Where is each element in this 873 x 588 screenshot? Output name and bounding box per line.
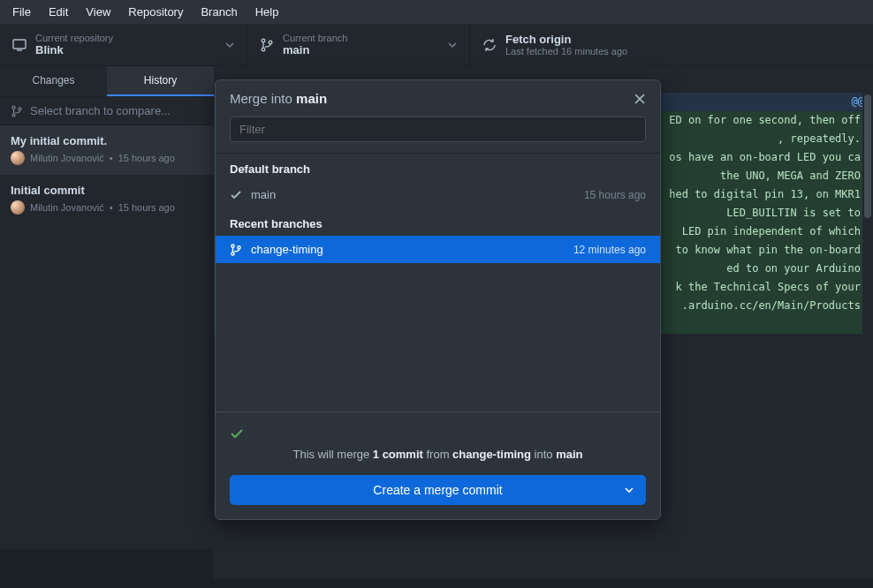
branch-name: main	[251, 188, 276, 201]
tab-changes[interactable]: Changes	[0, 66, 107, 96]
branch-value: main	[283, 43, 347, 57]
modal-title: Merge into main	[230, 91, 327, 106]
svg-point-2	[262, 48, 265, 51]
scrollbar[interactable]	[862, 93, 873, 579]
menu-edit[interactable]: Edit	[49, 5, 68, 19]
merge-preview-text: This will merge 1 commit from change-tim…	[230, 448, 646, 461]
create-merge-commit-button[interactable]: Create a merge commit	[230, 475, 646, 505]
commit-author: Milutin Jovanović	[30, 202, 104, 213]
fetch-label: Fetch origin	[505, 33, 627, 46]
svg-point-4	[12, 106, 15, 109]
svg-point-5	[12, 113, 15, 116]
sidebar-tabs: Changes History	[0, 66, 214, 96]
commit-title: My initial commit.	[11, 134, 203, 147]
svg-rect-0	[13, 40, 26, 49]
svg-point-6	[19, 107, 21, 109]
repo-selector[interactable]: Current repository Blink	[0, 24, 247, 65]
filter-input[interactable]	[230, 117, 646, 142]
branch-name: change-timing	[251, 243, 323, 256]
repo-value: Blink	[35, 43, 113, 57]
branch-time: 15 hours ago	[584, 189, 646, 201]
branch-icon	[260, 38, 274, 52]
commit-time: 15 hours ago	[118, 202, 175, 213]
commit-time: 15 hours ago	[118, 153, 175, 163]
refresh-icon	[482, 38, 497, 52]
branch-selector[interactable]: Current branch main	[247, 24, 470, 65]
svg-point-8	[232, 252, 234, 254]
chevron-down-icon	[448, 41, 457, 49]
commit-title: Initial commit	[11, 184, 203, 197]
menu-view[interactable]: View	[86, 5, 110, 19]
compare-placeholder: Select branch to compare...	[30, 104, 171, 117]
toolbar: Current repository Blink Current branch …	[0, 24, 873, 66]
repo-label: Current repository	[35, 33, 113, 43]
branch-icon	[230, 244, 242, 256]
commit-item[interactable]: Initial commit Milutin Jovanović • 15 ho…	[0, 175, 214, 224]
svg-point-7	[232, 245, 234, 247]
fetch-status: Last fetched 16 minutes ago	[505, 46, 627, 57]
compare-branch-selector[interactable]: Select branch to compare...	[0, 96, 214, 125]
recent-branches-label: Recent branches	[216, 208, 660, 236]
svg-point-3	[269, 41, 272, 44]
close-icon[interactable]	[634, 93, 646, 105]
branch-row-change-timing[interactable]: change-timing 12 minutes ago	[216, 236, 660, 263]
tab-history[interactable]: History	[107, 66, 214, 96]
check-icon	[230, 189, 242, 201]
menubar: File Edit View Repository Branch Help	[0, 0, 873, 24]
branch-row-main[interactable]: main 15 hours ago	[216, 181, 660, 208]
avatar	[11, 151, 25, 165]
menu-branch[interactable]: Branch	[201, 5, 237, 19]
fetch-button[interactable]: Fetch origin Last fetched 16 minutes ago	[470, 24, 640, 65]
menu-file[interactable]: File	[12, 5, 31, 19]
merge-modal: Merge into main Default branch main 15 h…	[215, 79, 661, 520]
commit-item[interactable]: My initial commit. Milutin Jovanović • 1…	[0, 125, 214, 175]
check-ok-icon	[230, 426, 646, 441]
svg-point-9	[238, 245, 240, 248]
branch-label: Current branch	[283, 33, 347, 43]
menu-help[interactable]: Help	[255, 5, 279, 19]
chevron-down-icon	[225, 41, 234, 49]
svg-point-1	[262, 39, 265, 42]
branch-icon	[11, 105, 23, 117]
chevron-down-icon	[625, 486, 634, 494]
avatar	[11, 200, 25, 215]
monitor-icon	[12, 38, 27, 52]
sidebar: Changes History Select branch to compare…	[0, 66, 214, 549]
menu-repository[interactable]: Repository	[128, 5, 183, 19]
branch-time: 12 minutes ago	[573, 244, 646, 256]
commit-author: Milutin Jovanović	[30, 153, 104, 163]
default-branch-label: Default branch	[216, 154, 660, 181]
